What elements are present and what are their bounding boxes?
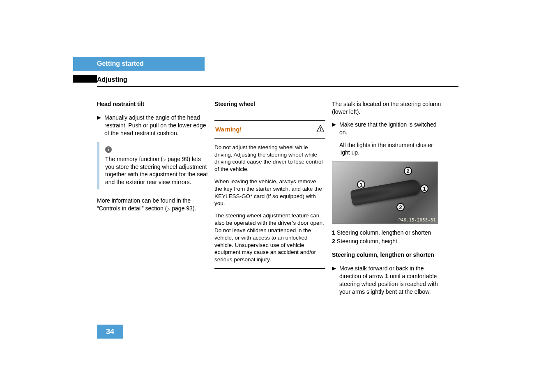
header-rule <box>97 86 458 87</box>
warning-paragraph: Do not adjust the steering wheel while d… <box>214 144 325 173</box>
page-number: 34 <box>106 327 114 336</box>
side-tab <box>73 75 97 83</box>
info-note: i The memory function (▷ page 99) lets y… <box>97 142 208 190</box>
instruction-item: ▶ Make sure that the ignition is switche… <box>332 121 443 136</box>
figure-legend: 1Steering column, lengthen or shorten 2S… <box>332 229 443 245</box>
warning-header: Warning! <box>214 120 325 139</box>
more-info-text: More information can be found in the “Co… <box>97 197 208 212</box>
legend-number: 1 <box>332 229 335 236</box>
callout-2: 2 <box>396 203 405 211</box>
warning-paragraph: When leaving the vehicle, always remove … <box>214 178 325 207</box>
bullet-triangle-icon: ▶ <box>97 114 104 137</box>
legend-line: 1Steering column, lengthen or shorten <box>332 229 443 237</box>
bullet-triangle-icon: ▶ <box>332 121 339 136</box>
legend-text: Steering column, height <box>337 238 397 244</box>
instruction-result: All the lights in the instrument cluster… <box>339 141 443 157</box>
info-text-part-a: The memory function ( <box>105 156 163 162</box>
instruction-item: ▶ Manually adjust the angle of the head … <box>97 114 208 137</box>
warning-bottom-rule <box>214 268 325 269</box>
lengthen-shorten-heading: Steering column, lengthen or shorten <box>332 251 443 259</box>
warning-paragraph: The steering wheel adjustment feature ca… <box>214 212 325 263</box>
callout-1: 1 <box>357 180 365 189</box>
warning-triangle-icon <box>316 125 325 134</box>
info-note-text: The memory function (▷ page 99) lets you… <box>105 155 208 187</box>
steering-wheel-heading: Steering wheel <box>214 100 325 108</box>
svg-point-1 <box>320 130 321 131</box>
page-ref-icon: ▷ <box>163 157 166 163</box>
figure-part-number: P46.15-2055-31 <box>398 217 436 223</box>
callout-1: 1 <box>420 184 428 193</box>
more-info-part-b: page 93). <box>170 205 196 212</box>
instruction-item: ▶ Move stalk forward or back in the dire… <box>332 265 443 296</box>
legend-number: 2 <box>332 238 335 244</box>
chapter-header: Getting started <box>73 57 205 71</box>
bullet-triangle-icon: ▶ <box>332 265 339 296</box>
callout-2: 2 <box>404 167 412 175</box>
instruction-text: Make sure that the ignition is switched … <box>339 121 443 136</box>
arrow-number-ref: 1 <box>385 273 388 279</box>
info-icon: i <box>105 146 112 153</box>
warning-body: Do not adjust the steering wheel while d… <box>214 144 325 263</box>
steering-stalk-figure: 2 1 1 2 P46.15-2055-31 <box>332 161 438 224</box>
column-1: Head restraint tilt ▶ Manually adjust th… <box>97 100 208 212</box>
intro-text: The stalk is located on the steering col… <box>332 100 443 116</box>
chapter-title: Getting started <box>97 60 144 67</box>
instruction-text: Move stalk forward or back in the direct… <box>339 265 443 296</box>
instruction-text: Manually adjust the angle of the head re… <box>104 114 208 137</box>
section-title: Adjusting <box>97 76 127 83</box>
column-2: Steering wheel Warning! Do not adjust th… <box>214 100 325 269</box>
column-3: The stalk is located on the steering col… <box>332 100 443 301</box>
warning-label: Warning! <box>215 125 242 134</box>
page-number-badge: 34 <box>97 325 123 339</box>
head-restraint-tilt-heading: Head restraint tilt <box>97 100 208 108</box>
legend-text: Steering column, lengthen or shorten <box>337 229 431 236</box>
legend-line: 2Steering column, height <box>332 238 443 245</box>
